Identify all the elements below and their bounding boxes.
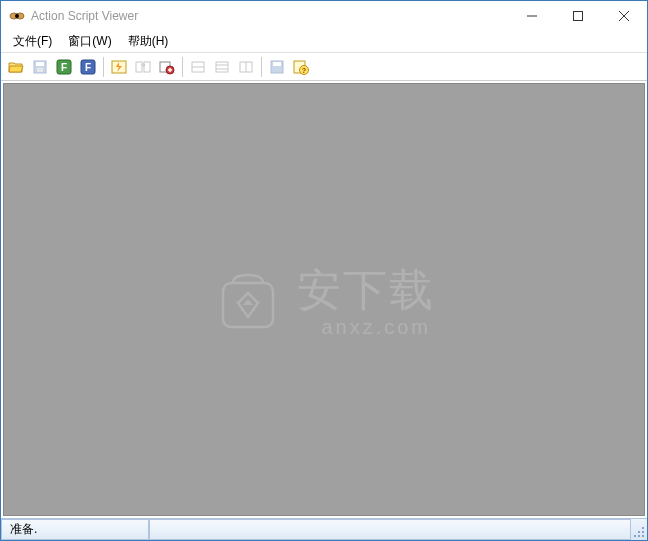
panel-swap-button — [132, 56, 154, 78]
svg-point-2 — [15, 14, 19, 18]
menu-file[interactable]: 文件(F) — [5, 31, 60, 52]
svg-point-34 — [642, 531, 644, 533]
maximize-button[interactable] — [555, 1, 601, 31]
svg-point-33 — [638, 531, 640, 533]
toolbar: F F — [1, 53, 647, 81]
window-title: Action Script Viewer — [31, 9, 509, 23]
svg-text:F: F — [85, 62, 91, 73]
save-disk-icon — [269, 59, 285, 75]
menubar: 文件(F) 窗口(W) 帮助(H) — [1, 31, 647, 53]
watermark: 安下载 anxz.com — [213, 261, 435, 339]
svg-rect-8 — [36, 62, 44, 66]
help-button[interactable]: ? — [290, 56, 312, 78]
layout-a-icon — [190, 59, 206, 75]
toolbar-separator — [182, 57, 183, 77]
svg-point-37 — [642, 535, 644, 537]
svg-text:F: F — [61, 62, 67, 73]
svg-rect-16 — [144, 62, 150, 72]
f-blue-button[interactable]: F — [77, 56, 99, 78]
titlebar: Action Script Viewer — [1, 1, 647, 31]
svg-point-32 — [642, 527, 644, 529]
help-icon: ? — [293, 59, 309, 75]
f-green-button[interactable]: F — [53, 56, 75, 78]
status-ready: 准备. — [1, 519, 149, 540]
svg-rect-27 — [273, 62, 281, 66]
svg-point-36 — [638, 535, 640, 537]
svg-rect-15 — [136, 62, 142, 72]
svg-text:?: ? — [302, 67, 306, 74]
menu-window[interactable]: 窗口(W) — [60, 31, 119, 52]
f-green-icon: F — [56, 59, 72, 75]
panel-swap-icon — [135, 59, 151, 75]
svg-rect-21 — [216, 62, 228, 72]
svg-point-35 — [634, 535, 636, 537]
open-folder-icon — [8, 59, 24, 75]
flash-icon — [111, 59, 127, 75]
app-icon — [9, 8, 25, 24]
export-red-icon — [159, 59, 175, 75]
app-window: Action Script Viewer 文件(F) 窗口(W) 帮助(H) — [0, 0, 648, 541]
window-controls — [509, 1, 647, 31]
watermark-bag-icon — [213, 265, 283, 335]
watermark-text: 安下载 — [297, 261, 435, 320]
layout-b-icon — [214, 59, 230, 75]
save-disk-button — [266, 56, 288, 78]
status-main — [149, 519, 631, 540]
save-button — [29, 56, 51, 78]
statusbar: 准备. — [1, 518, 647, 540]
menu-help[interactable]: 帮助(H) — [120, 31, 177, 52]
open-button[interactable] — [5, 56, 27, 78]
toolbar-separator — [103, 57, 104, 77]
layout-c-icon — [238, 59, 254, 75]
layout-b-button — [211, 56, 233, 78]
flash-button[interactable] — [108, 56, 130, 78]
svg-rect-4 — [574, 12, 583, 21]
content-area: 安下载 anxz.com — [3, 83, 645, 516]
minimize-button[interactable] — [509, 1, 555, 31]
close-button[interactable] — [601, 1, 647, 31]
toolbar-separator — [261, 57, 262, 77]
f-blue-icon: F — [80, 59, 96, 75]
layout-a-button — [187, 56, 209, 78]
svg-rect-9 — [37, 68, 43, 72]
layout-c-button — [235, 56, 257, 78]
resize-grip[interactable] — [631, 519, 647, 540]
export-button[interactable] — [156, 56, 178, 78]
save-icon — [32, 59, 48, 75]
